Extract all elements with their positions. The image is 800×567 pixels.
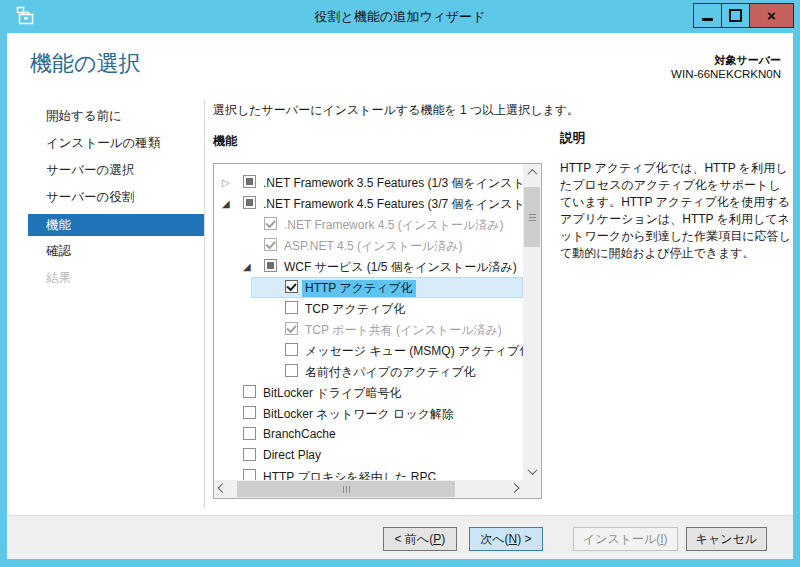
tree-row-label: ASP.NET 4.5 (インストール済み) xyxy=(284,238,463,255)
target-server-name: WIN-66NEKCRKN0N xyxy=(671,67,781,81)
target-server-label: 対象サーバー xyxy=(671,53,781,67)
features-tree-label: 機能 xyxy=(213,133,237,150)
tree-row-label: TCP アクティブ化 xyxy=(305,301,406,318)
tree-row-label: .NET Framework 4.5 Features (3/7 個をインスト xyxy=(263,196,523,213)
page-title: 機能の選択 xyxy=(30,49,141,79)
thumb-grip-icon xyxy=(343,486,350,493)
tree-row-label: 名前付きパイプのアクティブ化 xyxy=(305,364,476,381)
tree-row-label: HTTP アクティブ化 xyxy=(302,280,416,297)
description-panel: 説明 HTTP アクティブ化では、HTTP を利用したプロセスのアクティブ化をサ… xyxy=(560,130,792,262)
footer-buttons: < 前へ(P)次へ(N) >インストール(I)キャンセル xyxy=(383,527,767,551)
feature-checkbox-unchecked[interactable] xyxy=(285,343,298,356)
tree-row[interactable]: .NET Framework 4.5 (インストール済み) xyxy=(214,214,523,235)
tree-row-label: .NET Framework 3.5 Features (1/3 個をインスト xyxy=(263,175,523,192)
tree-row[interactable]: 名前付きパイプのアクティブ化 xyxy=(214,361,523,382)
tree-row-label: BitLocker ドライブ暗号化 xyxy=(263,385,401,402)
scroll-left-button[interactable] xyxy=(214,480,231,498)
vertical-scroll-thumb[interactable] xyxy=(524,187,540,247)
tree-row[interactable]: HTTP プロキシを経由した RPC xyxy=(214,466,523,480)
collapse-expander-icon[interactable]: ◢ xyxy=(243,259,257,274)
cancel-button[interactable]: キャンセル xyxy=(686,527,767,551)
chevron-left-icon xyxy=(218,483,228,493)
tree-row[interactable]: ▷.NET Framework 3.5 Features (1/3 個をインスト xyxy=(214,172,523,193)
minimize-button[interactable] xyxy=(693,3,722,28)
tree-row-label: WCF サービス (1/5 個をインストール済み) xyxy=(284,259,517,276)
feature-checkbox-checked-disabled[interactable] xyxy=(285,322,298,335)
tree-row[interactable]: ASP.NET 4.5 (インストール済み) xyxy=(214,235,523,256)
scrollbar-corner xyxy=(523,480,541,498)
features-tree[interactable]: ▷.NET Framework 3.5 Features (1/3 個をインスト… xyxy=(213,163,542,499)
feature-checkbox-indeterminate[interactable] xyxy=(243,196,256,209)
feature-checkbox-unchecked[interactable] xyxy=(285,301,298,314)
maximize-button[interactable] xyxy=(721,3,750,28)
feature-checkbox-checked-disabled[interactable] xyxy=(264,217,277,230)
feature-checkbox-unchecked[interactable] xyxy=(243,385,256,398)
scroll-down-button[interactable] xyxy=(523,463,541,480)
feature-checkbox-unchecked[interactable] xyxy=(285,364,298,377)
feature-checkbox-checked[interactable] xyxy=(285,280,298,293)
feature-checkbox-indeterminate[interactable] xyxy=(264,259,277,272)
scroll-up-button[interactable] xyxy=(523,164,541,181)
horizontal-scrollbar[interactable] xyxy=(214,480,523,498)
feature-checkbox-indeterminate[interactable] xyxy=(243,175,256,188)
tree-row[interactable]: BitLocker ネットワーク ロック解除 xyxy=(214,403,523,424)
feature-checkbox-unchecked[interactable] xyxy=(243,469,256,480)
sidebar-step-開始する前に[interactable]: 開始する前に xyxy=(7,103,204,130)
footer-bar: < 前へ(P)次へ(N) >インストール(I)キャンセル xyxy=(7,515,793,559)
feature-checkbox-unchecked[interactable] xyxy=(243,406,256,419)
target-server-block: 対象サーバー WIN-66NEKCRKN0N xyxy=(671,53,781,81)
thumb-grip-icon xyxy=(529,214,536,221)
tree-row[interactable]: メッセージ キュー (MSMQ) アクティブ化 xyxy=(214,340,523,361)
chevron-up-icon xyxy=(527,169,537,179)
instruction-text: 選択したサーバーにインストールする機能を 1 つ以上選択します。 xyxy=(213,102,579,119)
chevron-down-icon xyxy=(527,465,537,475)
sidebar-step-サーバーの選択[interactable]: サーバーの選択 xyxy=(7,157,204,184)
horizontal-scroll-thumb[interactable] xyxy=(237,481,455,497)
install-button[interactable]: インストール(I) xyxy=(573,527,678,551)
sidebar-step-確認[interactable]: 確認 xyxy=(7,238,204,265)
window-title: 役割と機能の追加ウィザード xyxy=(0,8,800,26)
tree-row-label: HTTP プロキシを経由した RPC xyxy=(263,469,436,480)
chevron-right-icon xyxy=(510,483,520,493)
expand-expander-icon[interactable]: ▷ xyxy=(222,175,236,190)
close-button[interactable]: × xyxy=(749,3,794,28)
tree-row[interactable]: BitLocker ドライブ暗号化 xyxy=(214,382,523,403)
collapse-expander-icon[interactable]: ◢ xyxy=(222,196,236,211)
sidebar-step-機能[interactable]: 機能 xyxy=(28,214,204,236)
next-button[interactable]: 次へ(N) > xyxy=(469,527,543,551)
tree-row-label: .NET Framework 4.5 (インストール済み) xyxy=(284,217,504,234)
description-title: 説明 xyxy=(560,130,792,147)
description-text: HTTP アクティブ化では、HTTP を利用したプロセスのアクティブ化をサポート… xyxy=(560,160,792,262)
sidebar-step-サーバーの役割[interactable]: サーバーの役割 xyxy=(7,184,204,211)
scroll-right-button[interactable] xyxy=(506,480,523,498)
maximize-icon xyxy=(729,9,742,22)
tree-row[interactable]: HTTP アクティブ化 xyxy=(214,277,523,298)
wizard-window: 役割と機能の追加ウィザード × 機能の選択 対象サーバー WIN-66NEKCR… xyxy=(0,0,800,567)
wizard-steps-sidebar: 開始する前にインストールの種類サーバーの選択サーバーの役割機能確認結果 xyxy=(7,103,204,292)
tree-row-label: BranchCache xyxy=(263,427,336,441)
tree-row-label: TCP ポート共有 (インストール済み) xyxy=(305,322,502,339)
vertical-scrollbar[interactable] xyxy=(523,164,541,480)
wizard-body: 機能の選択 対象サーバー WIN-66NEKCRKN0N 開始する前にインストー… xyxy=(7,33,793,559)
tree-row[interactable]: ◢WCF サービス (1/5 個をインストール済み) xyxy=(214,256,523,277)
sidebar-step-インストールの種類[interactable]: インストールの種類 xyxy=(7,130,204,157)
previous-button[interactable]: < 前へ(P) xyxy=(383,527,457,551)
feature-tree-rows: ▷.NET Framework 3.5 Features (1/3 個をインスト… xyxy=(214,164,523,480)
tree-row[interactable]: TCP ポート共有 (インストール済み) xyxy=(214,319,523,340)
sidebar-step-結果[interactable]: 結果 xyxy=(7,265,204,292)
tree-row-label: メッセージ キュー (MSMQ) アクティブ化 xyxy=(305,343,523,360)
tree-row-label: Direct Play xyxy=(263,448,321,462)
tree-row[interactable]: Direct Play xyxy=(214,445,523,466)
feature-checkbox-unchecked[interactable] xyxy=(243,427,256,440)
sidebar-divider xyxy=(204,100,205,508)
feature-checkbox-unchecked[interactable] xyxy=(243,448,256,461)
feature-checkbox-checked-disabled[interactable] xyxy=(264,238,277,251)
tree-row[interactable]: BranchCache xyxy=(214,424,523,445)
close-icon: × xyxy=(767,8,776,23)
tree-row[interactable]: ◢.NET Framework 4.5 Features (3/7 個をインスト xyxy=(214,193,523,214)
tree-row-label: BitLocker ネットワーク ロック解除 xyxy=(263,406,454,423)
minimize-icon xyxy=(702,18,713,21)
tree-row[interactable]: TCP アクティブ化 xyxy=(214,298,523,319)
titlebar[interactable]: 役割と機能の追加ウィザード × xyxy=(0,0,800,33)
